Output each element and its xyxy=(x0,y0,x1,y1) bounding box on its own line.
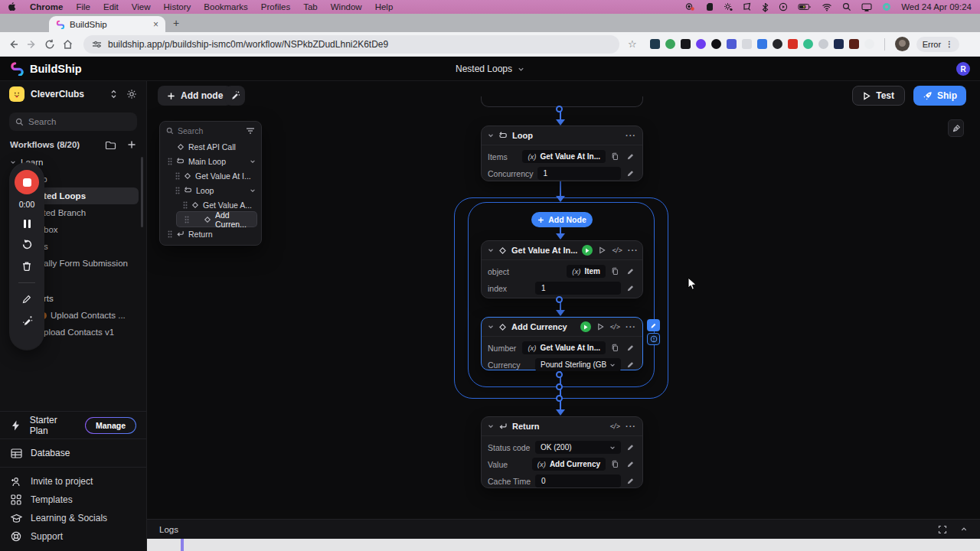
drag-handle-icon[interactable] xyxy=(175,187,180,194)
panel-item-loop[interactable]: Loop xyxy=(160,183,261,197)
edit-pencil-icon[interactable] xyxy=(625,151,636,162)
currency-select[interactable]: Pound Sterling (GBP) xyxy=(535,358,621,371)
variable-pill[interactable]: (x)Get Value At In... xyxy=(522,341,606,354)
connector-port[interactable] xyxy=(556,395,563,402)
workspace-settings-gear-icon[interactable] xyxy=(126,89,137,99)
sidebar-item-learning[interactable]: Learning & Socials xyxy=(0,509,146,527)
panel-item-get-value-1[interactable]: Get Value At I... xyxy=(160,168,261,183)
filter-icon[interactable] xyxy=(246,127,255,135)
copy-icon[interactable] xyxy=(609,151,621,162)
copy-icon[interactable] xyxy=(609,458,621,470)
apple-logo-icon[interactable] xyxy=(8,2,17,12)
test-node-icon[interactable] xyxy=(599,246,606,254)
node-menu-icon[interactable]: ··· xyxy=(628,248,639,253)
annotate-pen-button[interactable] xyxy=(948,119,964,137)
browser-tab[interactable]: BuildShip × xyxy=(49,16,165,32)
connector-port[interactable] xyxy=(556,383,563,390)
edit-pencil-icon[interactable] xyxy=(625,475,636,487)
menu-file[interactable]: File xyxy=(76,2,90,11)
test-button[interactable]: Test xyxy=(852,86,905,106)
run-node-button[interactable] xyxy=(580,321,591,332)
screen-record-status-icon[interactable] xyxy=(684,2,695,11)
menu-profiles[interactable]: Profiles xyxy=(261,2,290,11)
sidebar-search-input[interactable]: Search xyxy=(9,112,137,131)
buildship-brand[interactable]: BuildShip xyxy=(10,61,82,76)
connector-port[interactable] xyxy=(556,106,563,112)
code-icon[interactable]: </> xyxy=(610,422,619,430)
sidebar-item-templates[interactable]: Templates xyxy=(0,491,146,509)
extension-icon[interactable] xyxy=(818,39,828,49)
menu-view[interactable]: View xyxy=(132,2,151,11)
run-node-button[interactable] xyxy=(582,245,593,256)
delete-recording-button[interactable] xyxy=(21,261,32,272)
drag-handle-icon[interactable] xyxy=(185,216,189,223)
pause-recording-button[interactable] xyxy=(24,220,31,228)
evernote-status-icon[interactable] xyxy=(705,2,714,11)
return-node[interactable]: Return </> ··· Status code OK (200) Valu… xyxy=(481,416,643,488)
workflow-canvas[interactable]: Add node Test Ship Search Rest API Call … xyxy=(147,81,980,551)
site-settings-icon[interactable] xyxy=(92,40,102,49)
edit-pencil-icon[interactable] xyxy=(625,168,636,179)
bookmark-star-icon[interactable]: ☆ xyxy=(628,38,637,50)
chevron-down-icon[interactable] xyxy=(250,158,256,165)
edit-pencil-icon[interactable] xyxy=(625,359,636,370)
chrome-error-button[interactable]: Error ⋮ xyxy=(916,37,959,52)
edit-node-badge[interactable] xyxy=(647,319,660,331)
sidebar-item-invite[interactable]: Invite to project xyxy=(0,472,146,491)
extension-icon[interactable] xyxy=(788,39,798,49)
ship-button[interactable]: Ship xyxy=(913,86,966,106)
index-input[interactable]: 1 xyxy=(535,282,621,295)
loom-status-icon[interactable] xyxy=(882,2,891,11)
bluetooth-status-icon[interactable] xyxy=(762,2,769,12)
extension-icon[interactable] xyxy=(681,39,691,49)
chrome-profile-avatar[interactable] xyxy=(895,37,910,51)
edit-pencil-icon[interactable] xyxy=(625,442,636,453)
clip-status-icon[interactable] xyxy=(743,2,752,11)
menu-window[interactable]: Window xyxy=(331,2,362,11)
drag-handle-icon[interactable] xyxy=(168,230,172,238)
settings-sparkle-status-icon[interactable] xyxy=(724,2,733,11)
variable-pill[interactable]: (x)Get Value At In... xyxy=(522,150,606,163)
sidebar-item-database[interactable]: Database xyxy=(0,439,146,468)
edit-pencil-icon[interactable] xyxy=(625,282,636,294)
collapse-chevron-icon[interactable] xyxy=(488,324,494,330)
extension-icon[interactable] xyxy=(696,39,706,49)
extension-icon[interactable] xyxy=(864,39,874,49)
extension-icon[interactable] xyxy=(711,39,721,49)
menu-tab[interactable]: Tab xyxy=(303,2,318,11)
extension-icon[interactable] xyxy=(665,39,675,49)
extension-icon[interactable] xyxy=(757,39,767,49)
collapse-chevron-icon[interactable] xyxy=(488,423,494,429)
variable-pill[interactable]: (x)Add Currency xyxy=(532,458,606,471)
panel-item-rest-api-call[interactable]: Rest API Call xyxy=(160,139,261,154)
stop-recording-button[interactable] xyxy=(15,170,39,194)
edit-pencil-icon[interactable] xyxy=(625,458,636,470)
wifi-status-icon[interactable] xyxy=(822,3,832,11)
node-menu-icon[interactable]: ··· xyxy=(626,133,636,138)
panel-search-input[interactable]: Search xyxy=(160,122,261,139)
node-info-badge[interactable] xyxy=(647,333,660,345)
sidebar-scrollbar[interactable] xyxy=(141,157,143,227)
get-value-node[interactable]: Get Value At In... </> ··· object (x)Ite… xyxy=(481,240,643,298)
drag-handle-icon[interactable] xyxy=(183,201,188,209)
menu-history[interactable]: History xyxy=(164,2,191,11)
menubar-clock[interactable]: Wed 24 Apr 09:24 xyxy=(901,2,972,11)
workspace-selector[interactable]: CleverClubs xyxy=(0,81,146,107)
test-node-icon[interactable] xyxy=(597,323,604,331)
chevron-up-icon[interactable] xyxy=(960,526,968,533)
play-circle-status-icon[interactable] xyxy=(779,2,788,11)
code-icon[interactable]: </> xyxy=(612,246,621,254)
menu-help[interactable]: Help xyxy=(375,2,394,11)
node-menu-icon[interactable]: ··· xyxy=(626,424,636,429)
concurrency-input[interactable]: 1 xyxy=(537,167,622,180)
forward-button[interactable] xyxy=(26,39,38,50)
extension-icon[interactable] xyxy=(650,39,660,49)
back-button[interactable] xyxy=(8,39,19,50)
draw-pen-button[interactable] xyxy=(21,294,32,305)
panel-item-main-loop[interactable]: Main Loop xyxy=(160,154,261,168)
copy-icon[interactable] xyxy=(609,342,621,354)
add-node-canvas-button[interactable]: Add Node xyxy=(531,212,593,227)
workspace-switch-icon[interactable] xyxy=(110,90,117,99)
chevron-down-icon[interactable] xyxy=(518,66,524,73)
drag-handle-icon[interactable] xyxy=(175,172,180,180)
